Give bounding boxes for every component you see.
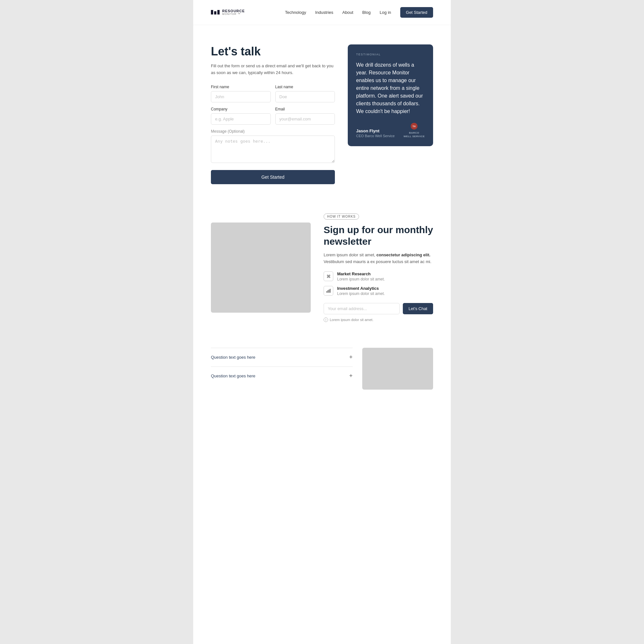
svg-rect-2 bbox=[328, 290, 328, 293]
investment-analytics-icon bbox=[324, 286, 333, 296]
market-research-icon: ⌘ bbox=[324, 271, 333, 281]
firstname-group: First name bbox=[211, 85, 271, 102]
testimonial-content: TESTIMONIAL We drill dozens of wells a y… bbox=[356, 53, 425, 122]
logo-bar-1 bbox=[211, 10, 213, 14]
svg-text:TX: TX bbox=[412, 125, 416, 128]
newsletter-heading: Sign up for our monthly newsletter bbox=[324, 224, 433, 247]
contact-heading: Let's talk bbox=[211, 44, 335, 58]
logo-icon bbox=[211, 10, 220, 14]
barco-logo: TX BARCO WELL SERVICE bbox=[403, 122, 425, 138]
email-note-text: Lorem ipsum dolor sit amet. bbox=[330, 318, 374, 322]
company-label: Company bbox=[211, 107, 271, 111]
email-input[interactable] bbox=[275, 113, 335, 125]
feature-title-2: Investment Analytics bbox=[337, 286, 385, 291]
barco-company-sub: WELL SERVICE bbox=[403, 135, 425, 138]
newsletter-side: HOW IT WORKS Sign up for our monthly new… bbox=[324, 213, 433, 322]
chart-icon bbox=[326, 289, 331, 293]
company-email-row: Company Email bbox=[211, 107, 335, 125]
barco-company-name: BARCO bbox=[409, 131, 419, 134]
faq-question-1: Question text goes here bbox=[211, 355, 255, 360]
testimonial-footer: Jason Flynt CEO Barco Well Service TX BA… bbox=[356, 122, 425, 138]
feature-content-1: Market Research Lorem ipsum dolor sit am… bbox=[337, 271, 385, 281]
login-link[interactable]: Log in bbox=[380, 10, 391, 15]
nav-technology[interactable]: Technology bbox=[285, 10, 306, 15]
middle-section: HOW IT WORKS Sign up for our monthly new… bbox=[193, 200, 451, 335]
email-note: i Lorem ipsum dolor sit amet. bbox=[324, 317, 433, 322]
company-input[interactable] bbox=[211, 113, 271, 125]
faq-section: Question text goes here + Question text … bbox=[193, 335, 451, 403]
contact-subtitle: Fill out the form or send us a direct em… bbox=[211, 63, 335, 76]
testimonial-title: CEO Barco Well Service bbox=[356, 134, 395, 138]
faq-item-1[interactable]: Question text goes here + bbox=[211, 348, 353, 366]
feature-content-2: Investment Analytics Lorem ipsum dolor s… bbox=[337, 286, 385, 296]
logo-sub: MONITOR ™ bbox=[222, 13, 245, 16]
company-group: Company bbox=[211, 107, 271, 125]
faq-expand-1[interactable]: + bbox=[349, 354, 353, 361]
logo: RESOURCE MONITOR ™ bbox=[211, 9, 245, 16]
message-label: Message (Optional) bbox=[211, 129, 335, 134]
newsletter-email-input[interactable] bbox=[324, 303, 400, 314]
faq-expand-2[interactable]: + bbox=[349, 373, 353, 379]
chat-button[interactable]: Let's Chat bbox=[403, 303, 433, 314]
barco-icon: TX bbox=[410, 122, 419, 131]
firstname-input[interactable] bbox=[211, 91, 271, 102]
feature-item-2: Investment Analytics Lorem ipsum dolor s… bbox=[324, 286, 433, 296]
image-placeholder-left bbox=[211, 223, 311, 313]
contact-submit-button[interactable]: Get Started bbox=[211, 170, 335, 184]
newsletter-description: Lorem ipsum dolor sit amet, consectetur … bbox=[324, 252, 433, 265]
nav-about[interactable]: About bbox=[342, 10, 353, 15]
lastname-input[interactable] bbox=[275, 91, 335, 102]
svg-rect-4 bbox=[330, 289, 331, 293]
lastname-group: Last name bbox=[275, 85, 335, 102]
testimonial-card: TESTIMONIAL We drill dozens of wells a y… bbox=[348, 44, 433, 146]
feature-desc-2: Lorem ipsum dolor sit amet. bbox=[337, 291, 385, 296]
feature-item-1: ⌘ Market Research Lorem ipsum dolor sit … bbox=[324, 271, 433, 281]
header-cta-button[interactable]: Get Started bbox=[400, 7, 433, 18]
firstname-label: First name bbox=[211, 85, 271, 89]
message-textarea[interactable] bbox=[211, 136, 335, 163]
hero-section: Let's talk Fill out the form or send us … bbox=[193, 25, 451, 200]
testimonial-label: TESTIMONIAL bbox=[356, 53, 425, 56]
faq-list: Question text goes here + Question text … bbox=[211, 348, 353, 385]
feature-title-1: Market Research bbox=[337, 271, 385, 276]
main-nav: Technology Industries About Blog Log in … bbox=[285, 7, 433, 18]
feature-list: ⌘ Market Research Lorem ipsum dolor sit … bbox=[324, 271, 433, 296]
faq-item-2[interactable]: Question text goes here + bbox=[211, 366, 353, 385]
faq-image-placeholder bbox=[362, 348, 433, 390]
testimonial-name: Jason Flynt bbox=[356, 128, 395, 133]
lastname-label: Last name bbox=[275, 85, 335, 89]
email-group: Email bbox=[275, 107, 335, 125]
logo-bar-2 bbox=[214, 11, 216, 14]
logo-bar-3 bbox=[217, 10, 220, 14]
info-icon: i bbox=[324, 317, 328, 322]
testimonial-author: Jason Flynt CEO Barco Well Service bbox=[356, 128, 395, 138]
nav-blog[interactable]: Blog bbox=[362, 10, 371, 15]
how-it-works-badge: HOW IT WORKS bbox=[324, 213, 359, 220]
message-group: Message (Optional) bbox=[211, 129, 335, 164]
faq-question-2: Question text goes here bbox=[211, 374, 255, 378]
svg-rect-3 bbox=[329, 289, 329, 293]
nav-industries[interactable]: Industries bbox=[315, 10, 333, 15]
logo-text: RESOURCE MONITOR ™ bbox=[222, 9, 245, 16]
contact-form-side: Let's talk Fill out the form or send us … bbox=[211, 44, 335, 184]
svg-rect-1 bbox=[327, 291, 327, 293]
name-row: First name Last name bbox=[211, 85, 335, 102]
feature-desc-1: Lorem ipsum dolor sit amet. bbox=[337, 277, 385, 281]
email-label: Email bbox=[275, 107, 335, 111]
email-row: Let's Chat bbox=[324, 303, 433, 314]
site-header: RESOURCE MONITOR ™ Technology Industries… bbox=[193, 0, 451, 25]
testimonial-quote: We drill dozens of wells a year. Resourc… bbox=[356, 61, 425, 115]
